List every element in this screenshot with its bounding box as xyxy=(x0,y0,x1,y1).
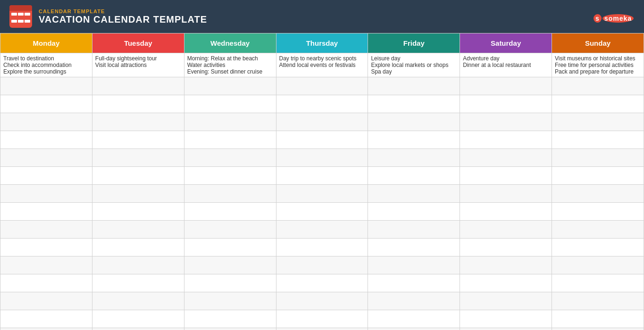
table-cell: Full-day sightseeing tourVisit local att… xyxy=(92,53,184,77)
table-cell xyxy=(460,256,552,274)
table-row xyxy=(0,274,644,292)
table-cell xyxy=(276,239,368,256)
calendar-dot xyxy=(25,20,30,23)
logo: ssomeka xyxy=(594,9,635,24)
table-cell xyxy=(368,256,460,274)
table-cell xyxy=(184,328,276,330)
table-cell xyxy=(0,328,92,330)
table-cell xyxy=(276,113,368,131)
logo-text: someka xyxy=(602,14,634,23)
table-cell xyxy=(184,203,276,221)
table-cell xyxy=(0,310,92,328)
table-cell xyxy=(0,131,92,149)
header-cell-monday: Monday xyxy=(0,33,92,53)
table-row xyxy=(0,77,644,95)
table-cell xyxy=(552,221,644,239)
table-cell xyxy=(460,95,552,113)
calendar-dot xyxy=(18,20,24,23)
table-row xyxy=(0,221,644,239)
header-cell-sunday: Sunday xyxy=(552,33,644,53)
table-cell xyxy=(552,113,644,131)
table-cell xyxy=(0,292,92,310)
table-cell xyxy=(184,149,276,167)
table-row xyxy=(0,185,644,203)
table-cell xyxy=(552,185,644,203)
cell-line: Explore local markets or shops xyxy=(371,62,457,68)
table-cell xyxy=(460,221,552,239)
table-cell xyxy=(0,113,92,131)
table-cell xyxy=(276,149,368,167)
table-cell xyxy=(276,95,368,113)
calendar-dot xyxy=(18,13,24,16)
cell-line: Pack and prepare for departure xyxy=(555,68,641,75)
cell-line: Travel to destination xyxy=(3,55,89,62)
calendar-icon-top xyxy=(9,5,32,11)
table-cell xyxy=(0,185,92,203)
header-subtitle: CALENDAR TEMPLATE xyxy=(39,8,207,14)
calendar-wrapper: MondayTuesdayWednesdayThursdayFridaySatu… xyxy=(0,33,644,330)
header-cell-tuesday: Tuesday xyxy=(92,33,184,53)
table-cell xyxy=(368,185,460,203)
cell-line: Free time for personal activities xyxy=(555,62,641,68)
table-row xyxy=(0,328,644,330)
calendar-header: MondayTuesdayWednesdayThursdayFridaySatu… xyxy=(0,33,644,53)
table-cell xyxy=(460,185,552,203)
table-cell xyxy=(276,203,368,221)
table-cell xyxy=(552,328,644,330)
table-cell xyxy=(460,113,552,131)
table-cell xyxy=(460,167,552,185)
table-cell: Day trip to nearby scenic spotsAttend lo… xyxy=(276,53,368,77)
table-cell xyxy=(276,292,368,310)
table-cell xyxy=(0,149,92,167)
cell-line: Check into accommodation xyxy=(3,62,89,68)
table-cell xyxy=(0,274,92,292)
header-title: VACATION CALENDAR TEMPLATE xyxy=(39,14,207,25)
table-row xyxy=(0,149,644,167)
cell-line: Spa day xyxy=(371,68,457,75)
table-cell xyxy=(368,131,460,149)
table-cell: Morning: Relax at the beachWater activit… xyxy=(184,53,276,77)
table-cell xyxy=(460,274,552,292)
table-cell: Leisure dayExplore local markets or shop… xyxy=(368,53,460,77)
table-cell xyxy=(368,113,460,131)
table-cell xyxy=(460,77,552,95)
header: CALENDAR TEMPLATE VACATION CALENDAR TEMP… xyxy=(0,0,644,33)
table-row xyxy=(0,95,644,113)
table-row xyxy=(0,310,644,328)
calendar-dot xyxy=(25,13,30,16)
table-cell xyxy=(184,239,276,256)
table-cell: Travel to destinationCheck into accommod… xyxy=(0,53,92,77)
cell-line: Day trip to nearby scenic spots xyxy=(279,55,365,62)
table-cell xyxy=(552,131,644,149)
table-cell xyxy=(184,167,276,185)
cell-line: Leisure day xyxy=(371,55,457,62)
table-cell xyxy=(184,221,276,239)
table-cell xyxy=(552,95,644,113)
table-cell xyxy=(552,77,644,95)
table-cell xyxy=(368,203,460,221)
cell-line: Attend local events or festivals xyxy=(279,62,365,68)
table-cell xyxy=(276,77,368,95)
table-cell xyxy=(184,77,276,95)
header-cell-wednesday: Wednesday xyxy=(184,33,276,53)
calendar-icon xyxy=(9,5,32,28)
table-cell xyxy=(368,310,460,328)
table-cell xyxy=(460,292,552,310)
table-cell xyxy=(0,203,92,221)
table-cell: Adventure dayDinner at a local restauran… xyxy=(460,53,552,77)
table-cell xyxy=(0,95,92,113)
table-row xyxy=(0,292,644,310)
table-cell xyxy=(92,310,184,328)
table-cell xyxy=(368,274,460,292)
table-row xyxy=(0,113,644,131)
table-row xyxy=(0,131,644,149)
table-cell xyxy=(184,310,276,328)
cell-line: Explore the surroundings xyxy=(3,68,89,75)
table-cell xyxy=(552,239,644,256)
table-cell xyxy=(0,256,92,274)
header-cell-saturday: Saturday xyxy=(460,33,552,53)
table-row xyxy=(0,203,644,221)
table-cell xyxy=(92,95,184,113)
calendar-icon-grid xyxy=(9,11,32,28)
table-cell xyxy=(552,203,644,221)
